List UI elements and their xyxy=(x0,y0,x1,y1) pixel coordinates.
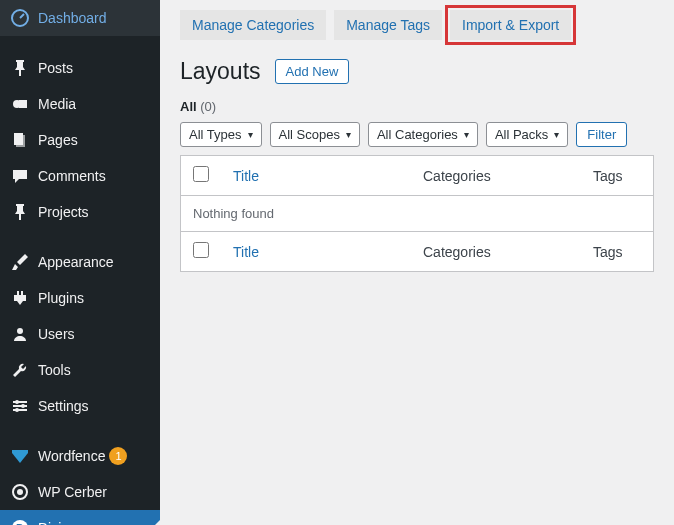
col-title[interactable]: Title xyxy=(233,168,259,184)
sidebar-label: Media xyxy=(38,96,76,112)
page-title: Layouts xyxy=(180,58,261,85)
user-icon xyxy=(10,324,30,344)
filter-bar: All Types▾ All Scopes▾ All Categories▾ A… xyxy=(180,122,654,147)
sidebar-label: Comments xyxy=(38,168,106,184)
col-categories: Categories xyxy=(423,168,491,184)
sidebar-item-appearance[interactable]: Appearance xyxy=(0,244,160,280)
col-categories-footer: Categories xyxy=(423,244,491,260)
sidebar-separator xyxy=(0,230,160,244)
sidebar-item-wordfence[interactable]: Wordfence 1 xyxy=(0,438,160,474)
admin-sidebar: Dashboard Posts Media Pages Comments Pro… xyxy=(0,0,160,525)
filter-categories[interactable]: All Categories▾ xyxy=(368,122,478,147)
col-title-footer[interactable]: Title xyxy=(233,244,259,260)
sidebar-label: Dashboard xyxy=(38,10,107,26)
brush-icon xyxy=(10,252,30,272)
filter-types[interactable]: All Types▾ xyxy=(180,122,262,147)
filter-scopes[interactable]: All Scopes▾ xyxy=(270,122,360,147)
sidebar-label: Pages xyxy=(38,132,78,148)
sidebar-label: Projects xyxy=(38,204,89,220)
sidebar-item-posts[interactable]: Posts xyxy=(0,50,160,86)
sidebar-label: Divi xyxy=(38,520,61,525)
svg-point-5 xyxy=(17,328,23,334)
chevron-down-icon: ▾ xyxy=(464,129,469,140)
svg-point-13 xyxy=(17,489,23,495)
sidebar-item-projects[interactable]: Projects xyxy=(0,194,160,230)
layout-tabs: Manage Categories Manage Tags Import & E… xyxy=(180,10,654,40)
page-icon xyxy=(10,130,30,150)
sidebar-label: Wordfence xyxy=(38,448,105,464)
chevron-down-icon: ▾ xyxy=(554,129,559,140)
filter-packs[interactable]: All Packs▾ xyxy=(486,122,568,147)
page-header: Layouts Add New xyxy=(180,58,654,85)
select-all-checkbox[interactable] xyxy=(193,166,209,182)
sidebar-separator xyxy=(0,36,160,50)
sidebar-item-divi[interactable]: D Divi xyxy=(0,510,160,525)
col-tags-footer: Tags xyxy=(593,244,623,260)
sidebar-label: Settings xyxy=(38,398,89,414)
filter-button[interactable]: Filter xyxy=(576,122,627,147)
media-icon xyxy=(10,94,30,114)
sidebar-item-comments[interactable]: Comments xyxy=(0,158,160,194)
sidebar-item-dashboard[interactable]: Dashboard xyxy=(0,0,160,36)
plugin-icon xyxy=(10,288,30,308)
notification-badge: 1 xyxy=(109,447,127,465)
sidebar-label: Appearance xyxy=(38,254,114,270)
nothing-found: Nothing found xyxy=(181,196,654,232)
svg-rect-2 xyxy=(19,100,27,108)
tab-import-export[interactable]: Import & Export xyxy=(450,10,571,40)
sidebar-item-pages[interactable]: Pages xyxy=(0,122,160,158)
sidebar-item-plugins[interactable]: Plugins xyxy=(0,280,160,316)
list-filter-all[interactable]: All (0) xyxy=(180,99,654,114)
wrench-icon xyxy=(10,360,30,380)
add-new-button[interactable]: Add New xyxy=(275,59,350,84)
col-tags: Tags xyxy=(593,168,623,184)
sidebar-item-tools[interactable]: Tools xyxy=(0,352,160,388)
tab-manage-categories[interactable]: Manage Categories xyxy=(180,10,326,40)
main-content: Manage Categories Manage Tags Import & E… xyxy=(160,0,674,525)
chevron-down-icon: ▾ xyxy=(346,129,351,140)
sidebar-item-wpcerber[interactable]: WP Cerber xyxy=(0,474,160,510)
filter-all-label: All xyxy=(180,99,197,114)
svg-point-9 xyxy=(15,400,19,404)
layouts-table: Title Categories Tags Nothing found Titl… xyxy=(180,155,654,272)
tab-manage-tags[interactable]: Manage Tags xyxy=(334,10,442,40)
sidebar-separator xyxy=(0,424,160,438)
sidebar-label: Plugins xyxy=(38,290,84,306)
chevron-down-icon: ▾ xyxy=(248,129,253,140)
table-row-empty: Nothing found xyxy=(181,196,654,232)
sidebar-label: Users xyxy=(38,326,75,342)
pin-icon xyxy=(10,58,30,78)
svg-point-11 xyxy=(15,408,19,412)
pin-icon xyxy=(10,202,30,222)
cerber-icon xyxy=(10,482,30,502)
sidebar-item-settings[interactable]: Settings xyxy=(0,388,160,424)
comment-icon xyxy=(10,166,30,186)
divi-icon: D xyxy=(10,518,30,525)
sidebar-item-media[interactable]: Media xyxy=(0,86,160,122)
sidebar-item-users[interactable]: Users xyxy=(0,316,160,352)
svg-rect-4 xyxy=(16,135,25,147)
dashboard-icon xyxy=(10,8,30,28)
settings-icon xyxy=(10,396,30,416)
svg-point-10 xyxy=(21,404,25,408)
filter-all-count: (0) xyxy=(200,99,216,114)
wordfence-icon xyxy=(10,446,30,466)
sidebar-label: Tools xyxy=(38,362,71,378)
sidebar-label: WP Cerber xyxy=(38,484,107,500)
select-all-checkbox-footer[interactable] xyxy=(193,242,209,258)
sidebar-label: Posts xyxy=(38,60,73,76)
